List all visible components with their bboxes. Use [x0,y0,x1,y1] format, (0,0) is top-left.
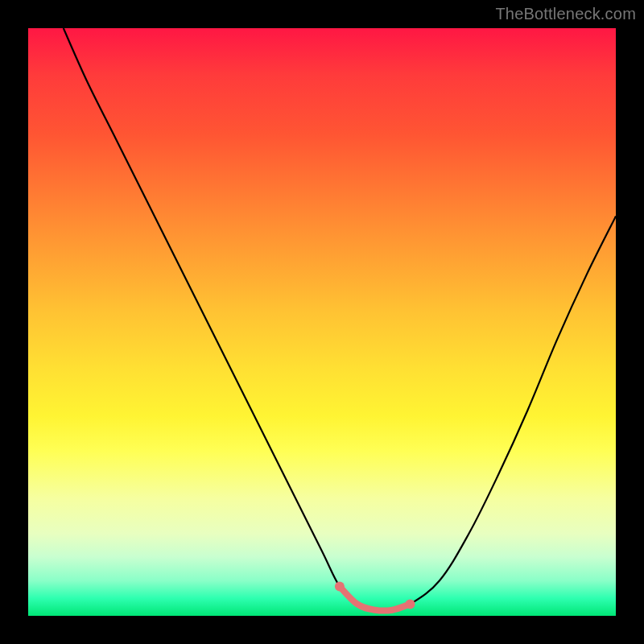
watermark-text: TheBottleneck.com [495,5,636,23]
plot-area [28,28,616,616]
highlight-segment-path [340,587,411,611]
chart-frame: TheBottleneck.com [0,0,644,644]
bottleneck-curve [64,28,616,611]
highlight-dot [335,582,345,592]
highlight-dot [406,599,415,609]
curve-svg [28,28,616,616]
